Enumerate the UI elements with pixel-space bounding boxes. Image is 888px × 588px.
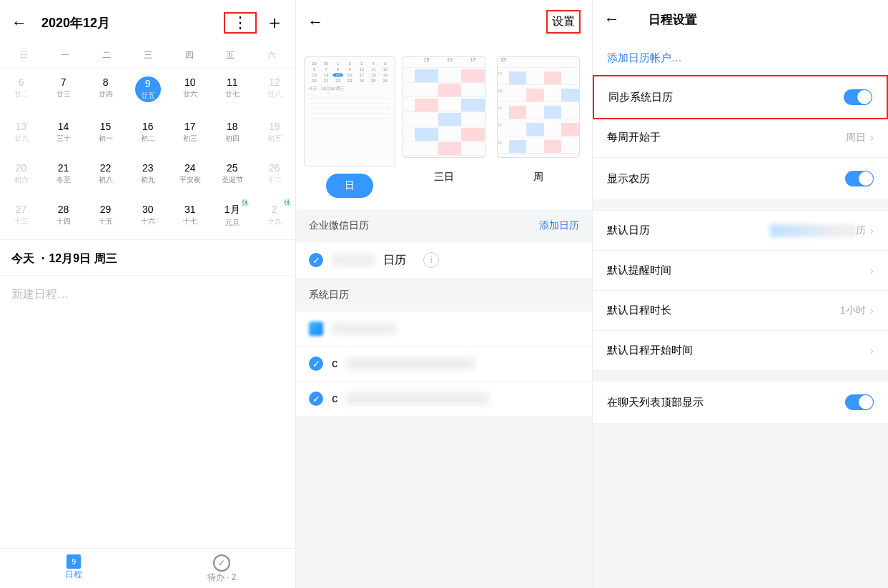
weekday-label: 二: [86, 49, 127, 61]
back-icon[interactable]: ←: [11, 14, 27, 32]
check-circle-icon[interactable]: ✓: [309, 253, 323, 267]
view-option-week[interactable]: 15 17 18 19 20 21 周: [498, 56, 579, 198]
enterprise-calendar-item[interactable]: ✓ 日历 i: [296, 242, 591, 279]
calendar-day-cell[interactable]: 21冬至: [42, 155, 84, 196]
calendar-day-cell[interactable]: 8廿四: [84, 69, 127, 114]
calendar-day-cell[interactable]: 2十九休: [253, 196, 295, 239]
calendar-day-cell[interactable]: 25圣诞节: [211, 155, 253, 196]
settings-button-highlight: 设置: [546, 10, 581, 34]
calendar-day-cell[interactable]: 27十三: [0, 196, 42, 239]
tab-schedule[interactable]: 9 日程: [0, 554, 148, 584]
system-icon: [309, 322, 323, 336]
weekday-label: 一: [44, 49, 86, 61]
view-option-threeday[interactable]: 151617 三日: [403, 56, 485, 198]
preview-threeday: 151617: [403, 56, 485, 158]
system-calendar-item[interactable]: ✓ c: [296, 382, 591, 417]
calendar-day-cell[interactable]: 19初五: [253, 114, 295, 155]
setting-default-start[interactable]: 默认日程开始时间 ›: [593, 331, 888, 371]
weekday-label: 五: [210, 49, 252, 61]
toggle-on-icon[interactable]: [845, 171, 874, 186]
calendar-day-cell[interactable]: 30十六: [127, 196, 169, 239]
add-event-icon[interactable]: ＋: [265, 10, 284, 35]
calendar-day-cell[interactable]: 31十七: [169, 196, 211, 239]
calendar-day-cell[interactable]: 23初九: [127, 155, 169, 196]
calendar-day-cell[interactable]: 26十二: [253, 155, 295, 196]
calendar-day-cell[interactable]: 20初六: [0, 155, 42, 196]
setting-sync-system-calendar[interactable]: 同步系统日历: [593, 75, 888, 119]
today-label: 今天 ・12月9日 周三: [0, 239, 295, 275]
calendar-day-cell[interactable]: 10廿六: [169, 69, 211, 114]
dots-vertical-icon[interactable]: ⋮: [232, 14, 248, 31]
back-icon[interactable]: ←: [307, 13, 323, 31]
chevron-right-icon: ›: [870, 344, 874, 357]
preview-day: 293012345 6789101112 13141516171819 2021…: [304, 56, 395, 166]
system-calendar-item[interactable]: ✓ c: [296, 347, 591, 382]
page-title: 日程设置: [648, 11, 697, 28]
calendar-day-cell[interactable]: 18初四: [211, 114, 253, 155]
blurred-value: [770, 224, 856, 237]
section-enterprise-calendar: 企业微信日历 添加日历: [296, 209, 591, 242]
weekday-label: 日: [3, 49, 44, 61]
calendar-day-cell[interactable]: 15初一: [84, 114, 127, 155]
view-label-week: 周: [528, 165, 549, 189]
weekday-header: 日一二三四五六: [0, 45, 295, 69]
calendar-day-cell[interactable]: 1月元旦休: [211, 196, 253, 239]
calendar-grid[interactable]: 6廿二7廿三8廿四9廿五10廿六11廿七12廿八13廿九14三十15初一16初二…: [0, 69, 295, 239]
check-circle-icon: ✓: [213, 554, 230, 572]
schedule-settings-pane: ← 日程设置 添加日历帐户… 同步系统日历 每周开始于 周日 › 显示农历 默认…: [593, 0, 888, 588]
bottom-nav: 9 日程 ✓ 待办 · 2: [0, 548, 295, 588]
check-circle-icon[interactable]: ✓: [309, 357, 323, 371]
calendar-day-cell[interactable]: 24平安夜: [169, 155, 211, 196]
calendar-badge-icon: 9: [66, 554, 81, 569]
chevron-right-icon: ›: [870, 224, 874, 237]
check-circle-icon[interactable]: ✓: [309, 392, 323, 406]
system-calendar-item[interactable]: [296, 312, 591, 347]
back-icon[interactable]: ←: [604, 10, 620, 29]
setting-default-duration[interactable]: 默认日程时长 1小时 ›: [593, 291, 888, 331]
weekday-label: 四: [169, 49, 210, 61]
add-calendar-button[interactable]: 添加日历: [539, 219, 579, 232]
view-settings-pane: ← 设置 293012345 6789101112 13141516171819…: [296, 0, 592, 588]
chevron-right-icon: ›: [870, 264, 874, 277]
calendar-day-cell[interactable]: 11廿七: [211, 69, 253, 114]
settings-button[interactable]: 设置: [552, 15, 575, 27]
calendar-day-cell[interactable]: 9廿五: [127, 69, 169, 114]
view-label-day: 日: [326, 174, 373, 198]
weekday-label: 六: [251, 49, 292, 61]
calendar-day-cell[interactable]: 16初二: [127, 114, 169, 155]
toggle-on-icon[interactable]: [845, 394, 874, 410]
setting-pin-in-chat[interactable]: 在聊天列表顶部显示: [593, 382, 888, 424]
setting-default-reminder[interactable]: 默认提醒时间 ›: [593, 251, 888, 291]
weekday-label: 三: [127, 49, 169, 61]
calendar-day-cell[interactable]: 28十四: [42, 196, 84, 239]
view-label-threeday: 三日: [428, 165, 460, 189]
overflow-menu-highlight: ⋮: [224, 12, 257, 34]
calendar-day-cell[interactable]: 7廿三: [42, 69, 84, 114]
chevron-right-icon: ›: [870, 131, 874, 144]
view-option-day[interactable]: 293012345 6789101112 13141516171819 2021…: [309, 56, 390, 198]
calendar-pane: ← 2020年12月 ⋮ ＋ 日一二三四五六 6廿二7廿三8廿四9廿五10廿六1…: [0, 0, 296, 588]
setting-show-lunar[interactable]: 显示农历: [593, 158, 888, 200]
chevron-right-icon: ›: [870, 304, 874, 317]
section-system-calendar: 系统日历: [296, 279, 591, 312]
setting-default-calendar[interactable]: 默认日历 历 ›: [593, 211, 888, 251]
info-icon[interactable]: i: [423, 252, 439, 268]
calendar-day-cell[interactable]: 29十五: [84, 196, 127, 239]
new-event-input[interactable]: 新建日程…: [0, 275, 295, 314]
calendar-day-cell[interactable]: 14三十: [42, 114, 84, 155]
calendar-day-cell[interactable]: 12廿八: [253, 69, 295, 114]
toggle-on-icon[interactable]: [844, 89, 872, 105]
calendar-day-cell[interactable]: 17初三: [169, 114, 211, 155]
setting-week-start[interactable]: 每周开始于 周日 ›: [593, 118, 888, 158]
month-title[interactable]: 2020年12月: [41, 14, 110, 31]
calendar-day-cell[interactable]: 13廿九: [0, 114, 42, 155]
calendar-day-cell[interactable]: 6廿二: [0, 69, 42, 114]
add-calendar-account-button[interactable]: 添加日历帐户…: [593, 39, 888, 76]
calendar-day-cell[interactable]: 22初八: [84, 155, 127, 196]
preview-week: 15 17 18 19 20 21: [497, 56, 580, 158]
tab-todo[interactable]: ✓ 待办 · 2: [148, 554, 296, 584]
